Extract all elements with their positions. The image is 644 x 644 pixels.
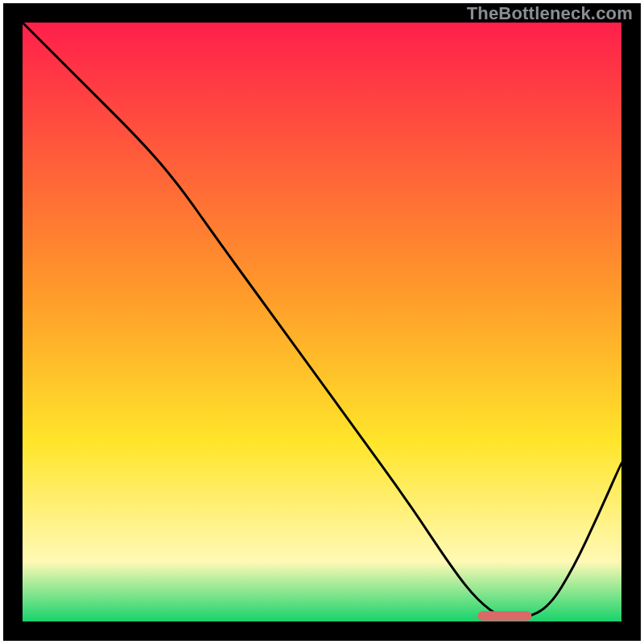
bottleneck-chart: [0, 0, 644, 644]
attribution-text: TheBottleneck.com: [467, 3, 633, 24]
optimal-marker: [477, 611, 531, 621]
plot-area: [13, 13, 631, 631]
